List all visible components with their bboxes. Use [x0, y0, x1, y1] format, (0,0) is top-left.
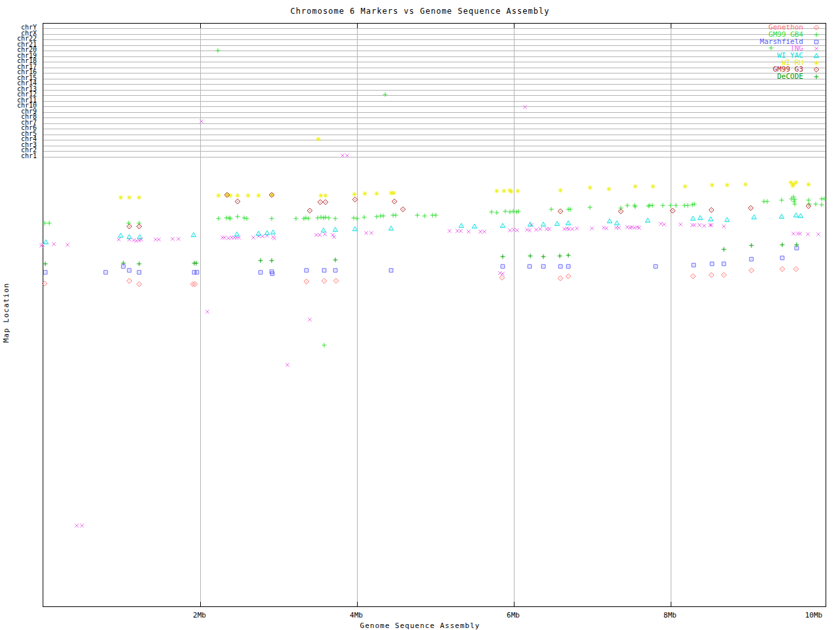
- tick-top-8Mb: [671, 24, 671, 28]
- chromosome-line-chr9: [43, 112, 826, 113]
- x-tick-label-8Mb: 8Mb: [663, 611, 677, 620]
- legend-marker-triangle-dot-icon: [803, 52, 826, 59]
- chromosome-line-chr14: [43, 84, 826, 85]
- legend-marker-glyph: [814, 26, 819, 31]
- chromosome-line-chr17: [43, 68, 826, 68]
- plot-area: [43, 23, 826, 607]
- x-axis-label: Genome Sequence Assembly: [0, 621, 840, 630]
- legend-marker-glyph: [814, 60, 819, 65]
- legend-marker-glyph: [814, 40, 818, 44]
- legend-marker-square-dot-icon: [803, 39, 826, 45]
- tick-bottom-4Mb: [357, 602, 358, 606]
- legend-marker-diamond-dot-icon: [803, 66, 826, 73]
- chromosome-line-chr12: [43, 95, 826, 96]
- legend-row-decode: DeCODE: [760, 74, 826, 81]
- chromosome-line-chrX: [43, 34, 826, 35]
- x-tick-label-6Mb: 6Mb: [507, 611, 520, 620]
- gridline-4Mb: [357, 24, 358, 606]
- chromosome-line-chr2: [43, 151, 826, 152]
- gridline-6Mb: [514, 24, 514, 606]
- chromosome-line-chr1: [43, 157, 826, 158]
- chromosome-line-chr16: [43, 73, 826, 74]
- legend-marker-glyph: [814, 53, 818, 57]
- tick-top-4Mb: [357, 24, 358, 28]
- chromosome-line-chr20: [43, 51, 826, 51]
- chromosome-line-chr13: [43, 90, 826, 91]
- chromosome-line-chr22: [43, 39, 826, 40]
- legend-label: DeCODE: [777, 74, 803, 80]
- chromosome-line-chr15: [43, 79, 826, 79]
- chromosome-line-chr21: [43, 45, 826, 46]
- legend-marker-glyph: [814, 68, 819, 73]
- x-tick-label-2Mb: 2Mb: [193, 611, 206, 620]
- legend-marker-plus-icon: [803, 74, 826, 80]
- legend-marker-diamond-dot-icon: [803, 24, 826, 31]
- tick-top-2Mb: [200, 24, 201, 28]
- chromosome-line-chr19: [43, 56, 826, 57]
- legend-marker-star-icon: [803, 60, 826, 66]
- x-tick-label-10Mb: 10Mb: [805, 611, 823, 620]
- chromosome-labels: chrYchrXchr22chr21chr20chr19chr18chr17ch…: [0, 0, 38, 630]
- tick-bottom-8Mb: [671, 602, 671, 606]
- chart-title: Chromosome 6 Markers vs Genome Sequence …: [0, 7, 840, 16]
- chromosome-line-chr6: [43, 129, 826, 129]
- tick-bottom-6Mb: [514, 602, 514, 606]
- tick-top-6Mb: [514, 24, 514, 28]
- gridline-8Mb: [671, 24, 671, 606]
- legend-marker-glyph: [814, 33, 819, 37]
- legend-marker-glyph: [814, 75, 819, 79]
- legend-marker-cross-icon: [803, 45, 826, 52]
- legend-marker-glyph: [814, 47, 818, 51]
- gridline-2Mb: [200, 24, 201, 606]
- chromosome-line-chrY: [43, 28, 826, 29]
- chromosome-line-chr11: [43, 101, 826, 102]
- chromosome-line-chr18: [43, 62, 826, 62]
- chromosome-line-chr4: [43, 140, 826, 140]
- chromosome-label-chr1: chr1: [21, 153, 37, 159]
- legend: GenethonGM99 GB4MarshfieldTNGWI YACWI RH…: [760, 24, 826, 81]
- chromosome-line-chr3: [43, 146, 826, 146]
- chart-page: { "title": "Chromosome 6 Markers vs Geno…: [0, 0, 840, 630]
- legend-marker-plus-icon: [803, 32, 826, 38]
- chromosome-line-chr7: [43, 123, 826, 124]
- chromosome-line-chr8: [43, 117, 826, 118]
- tick-bottom-2Mb: [200, 602, 201, 606]
- chromosome-line-chr10: [43, 106, 826, 107]
- x-tick-label-4Mb: 4Mb: [350, 611, 363, 620]
- chromosome-line-chr5: [43, 135, 826, 135]
